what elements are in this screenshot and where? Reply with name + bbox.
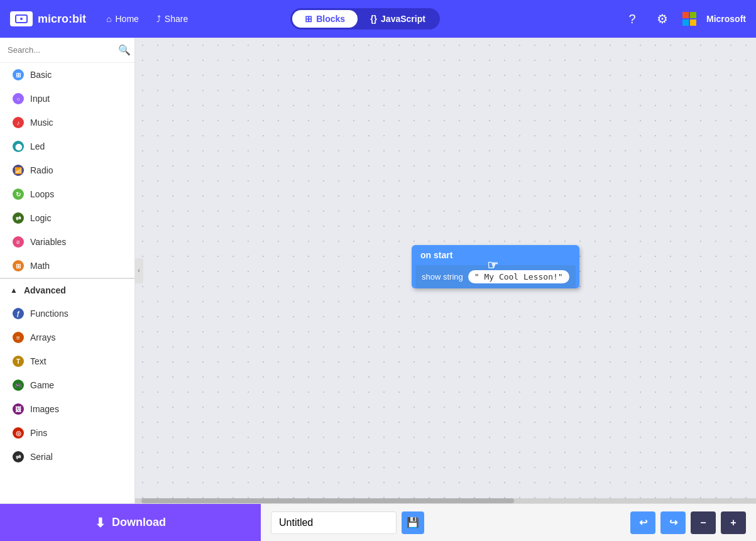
sidebar-item-basic[interactable]: ⊞ Basic	[0, 63, 134, 87]
sidebar-item-logic[interactable]: ⇄ Logic	[0, 206, 134, 230]
arrays-label: Arrays	[30, 332, 55, 342]
sidebar-item-loops[interactable]: ↻ Loops	[0, 182, 134, 206]
scrollbar-thumb	[141, 498, 514, 503]
home-button[interactable]: ⌂ Home	[99, 10, 146, 28]
sidebar: 🔍 ⊞ Basic ○ Input ♪ Music ⬤ Led 📶 Radio …	[0, 38, 135, 503]
sidebar-item-pins[interactable]: ◎ Pins	[0, 421, 134, 445]
logo-icon-inner	[15, 14, 28, 23]
blocks-label: Blocks	[316, 14, 345, 24]
logo[interactable]: micro:bit	[10, 11, 86, 26]
sidebar-item-math[interactable]: ⊞ Math	[0, 254, 134, 278]
bottom-controls: ↩ ↪ − +	[620, 511, 756, 534]
advanced-label: Advanced	[24, 285, 66, 295]
advanced-chevron-icon: ▲	[10, 286, 18, 295]
math-label: Math	[30, 261, 50, 271]
sidebar-advanced-header[interactable]: ▲ Advanced	[0, 278, 134, 302]
share-button[interactable]: ⤴ Share	[149, 10, 195, 28]
settings-button[interactable]: ⚙	[652, 9, 672, 29]
logo-text: micro:bit	[38, 13, 86, 26]
input-icon: ○	[13, 93, 24, 104]
search-bar: 🔍	[0, 38, 134, 63]
bottom-bar: ⬇ Download 💾 ↩ ↪ − +	[0, 503, 756, 541]
sidebar-item-input[interactable]: ○ Input	[0, 87, 134, 111]
tab-switcher: ⊞ Blocks {} JavaScript	[290, 8, 440, 30]
sidebar-item-variables[interactable]: ≡ Variables	[0, 230, 134, 254]
logo-dot	[20, 18, 23, 20]
on-start-label: on start	[420, 250, 452, 260]
microsoft-label: Microsoft	[706, 14, 746, 24]
toggle-panel-button[interactable]: ‹	[135, 258, 143, 283]
led-icon: ⬤	[13, 141, 24, 152]
functions-label: Functions	[30, 309, 68, 319]
ms-sq-blue	[682, 19, 689, 26]
search-input[interactable]	[8, 45, 113, 55]
share-label: Share	[165, 14, 188, 24]
basic-label: Basic	[30, 70, 52, 80]
tab-blocks[interactable]: ⊞ Blocks	[292, 10, 358, 28]
header-right: ? ⚙ Microsoft	[622, 9, 746, 29]
radio-icon: 📶	[13, 165, 24, 176]
show-string-label: show string	[422, 272, 463, 281]
tab-javascript[interactable]: {} JavaScript	[358, 10, 438, 28]
text-icon: T	[13, 356, 24, 367]
save-icon: 💾	[407, 516, 419, 528]
undo-button[interactable]: ↩	[630, 511, 655, 534]
sidebar-item-images[interactable]: 🖼 Images	[0, 397, 134, 421]
loops-label: Loops	[30, 189, 54, 199]
game-icon: 🎮	[13, 380, 24, 391]
sidebar-item-radio[interactable]: 📶 Radio	[0, 158, 134, 182]
redo-icon: ↪	[669, 516, 677, 528]
block-container[interactable]: on start ☞ show string " My Cool Lesson!…	[412, 245, 579, 292]
ms-sq-red	[682, 12, 689, 18]
download-button[interactable]: ⬇ Download	[0, 504, 261, 542]
math-icon: ⊞	[13, 260, 24, 271]
arrays-icon: ≡	[13, 332, 24, 343]
music-label: Music	[30, 117, 53, 128]
help-icon: ?	[628, 12, 635, 26]
pins-label: Pins	[30, 428, 47, 438]
project-name-input[interactable]	[271, 511, 397, 534]
loops-icon: ↻	[13, 189, 24, 200]
functions-icon: ƒ	[13, 308, 24, 319]
blocks-icon: ⊞	[305, 14, 312, 24]
help-button[interactable]: ?	[622, 9, 642, 29]
main-area: 🔍 ⊞ Basic ○ Input ♪ Music ⬤ Led 📶 Radio …	[0, 38, 756, 503]
sidebar-item-serial[interactable]: ⇌ Serial	[0, 445, 134, 469]
basic-icon: ⊞	[13, 69, 24, 80]
logic-icon: ⇄	[13, 212, 24, 224]
sidebar-item-text[interactable]: T Text	[0, 349, 134, 373]
music-icon: ♪	[13, 117, 24, 128]
block-on-start[interactable]: on start ☞ show string " My Cool Lesson!…	[412, 245, 579, 288]
project-name-area: 💾	[261, 511, 620, 534]
logic-label: Logic	[30, 213, 51, 223]
save-button[interactable]: 💾	[402, 511, 424, 534]
sidebar-item-arrays[interactable]: ≡ Arrays	[0, 325, 134, 349]
sidebar-item-led[interactable]: ⬤ Led	[0, 134, 134, 158]
string-value[interactable]: " My Cool Lesson!"	[468, 270, 569, 283]
ms-sq-yellow	[690, 19, 696, 26]
canvas-area[interactable]: ‹ on start ☞ show string " My Cool Lesso…	[135, 38, 756, 503]
zoom-out-button[interactable]: −	[691, 511, 716, 534]
ms-sq-green	[690, 12, 696, 18]
zoom-in-button[interactable]: +	[721, 511, 746, 534]
zoom-in-icon: +	[730, 517, 736, 528]
serial-label: Serial	[30, 452, 53, 462]
redo-button[interactable]: ↪	[660, 511, 686, 534]
sidebar-item-functions[interactable]: ƒ Functions	[0, 302, 134, 325]
header-nav: ⌂ Home ⤴ Share	[99, 10, 195, 28]
download-label: Download	[112, 516, 166, 529]
led-label: Led	[30, 141, 45, 151]
search-icon: 🔍	[118, 44, 131, 56]
js-icon: {}	[370, 14, 377, 24]
game-label: Game	[30, 380, 54, 390]
block-show-string[interactable]: show string " My Cool Lesson!"	[415, 265, 576, 288]
sidebar-item-music[interactable]: ♪ Music	[0, 111, 134, 134]
zoom-out-icon: −	[700, 517, 706, 528]
pins-icon: ◎	[13, 427, 24, 439]
undo-icon: ↩	[639, 516, 647, 528]
sidebar-item-game[interactable]: 🎮 Game	[0, 373, 134, 397]
header: micro:bit ⌂ Home ⤴ Share ⊞ Blocks {} Jav…	[0, 0, 756, 38]
home-icon: ⌂	[106, 14, 111, 24]
horizontal-scrollbar[interactable]	[135, 498, 756, 503]
gear-icon: ⚙	[657, 11, 668, 26]
